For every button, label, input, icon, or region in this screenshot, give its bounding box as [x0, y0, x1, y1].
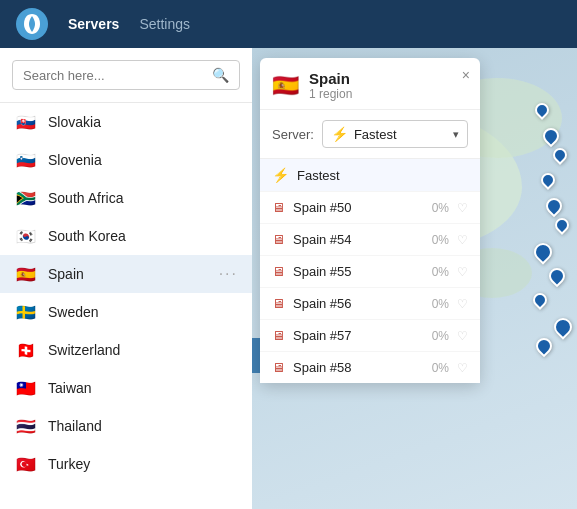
flag-spain: 🇪🇸 [14, 265, 38, 283]
spain-more-icon[interactable]: ··· [219, 265, 238, 283]
header-nav: Servers Settings [68, 12, 190, 36]
app-logo [16, 8, 48, 40]
map-pin-1 [535, 103, 549, 117]
country-item-south-korea[interactable]: 🇰🇷 South Korea [0, 217, 252, 255]
server-list-item-50[interactable]: 🖥 Spain #50 0% ♡ [260, 192, 480, 224]
server-label: Server: [272, 127, 314, 142]
country-item-turkey[interactable]: 🇹🇷 Turkey [0, 445, 252, 483]
map-pin-3 [553, 148, 567, 162]
country-name-thailand: Thailand [48, 418, 238, 434]
fastest-item-bolt-icon: ⚡ [272, 167, 289, 183]
country-name-taiwan: Taiwan [48, 380, 238, 396]
spain-panel: 🇪🇸 Spain 1 region × Server: ⚡ Fastest ▾ [260, 58, 480, 383]
sidebar: 🔍 🇸🇰 Slovakia 🇸🇮 Slovenia 🇿🇦 South Afric… [0, 48, 252, 509]
server-item-name-50: Spain #50 [293, 200, 424, 215]
server-dropdown-text: Fastest [354, 127, 447, 142]
country-item-spain[interactable]: 🇪🇸 Spain ··· [0, 255, 252, 293]
country-list: 🇸🇰 Slovakia 🇸🇮 Slovenia 🇿🇦 South Africa … [0, 103, 252, 509]
flag-thailand: 🇹🇭 [14, 417, 38, 435]
fastest-bolt-icon: ⚡ [331, 126, 348, 142]
server-item-name-54: Spain #54 [293, 232, 424, 247]
country-name-sweden: Sweden [48, 304, 238, 320]
spain-panel-region: 1 region [309, 87, 468, 101]
server-item-heart-55[interactable]: ♡ [457, 265, 468, 279]
country-item-sweden[interactable]: 🇸🇪 Sweden [0, 293, 252, 331]
search-box: 🔍 [12, 60, 240, 90]
server-list-item-54[interactable]: 🖥 Spain #54 0% ♡ [260, 224, 480, 256]
server-list: ⚡ Fastest 🖥 Spain #50 0% ♡ 🖥 Spain #54 0… [260, 159, 480, 383]
server-list-item-58[interactable]: 🖥 Spain #58 0% ♡ [260, 352, 480, 383]
map-pin-10 [554, 318, 572, 336]
server-dropdown[interactable]: ⚡ Fastest ▾ [322, 120, 468, 148]
server-icon-54: 🖥 [272, 232, 285, 247]
spain-panel-info: Spain 1 region [309, 70, 468, 101]
search-container: 🔍 [0, 48, 252, 103]
flag-south-africa: 🇿🇦 [14, 189, 38, 207]
country-name-slovakia: Slovakia [48, 114, 238, 130]
map-pin-4 [541, 173, 555, 187]
server-item-name-56: Spain #56 [293, 296, 424, 311]
server-list-item-fastest[interactable]: ⚡ Fastest [260, 159, 480, 192]
server-item-name-55: Spain #55 [293, 264, 424, 279]
spain-panel-flag: 🇪🇸 [272, 73, 299, 99]
server-item-name-fastest: Fastest [297, 168, 468, 183]
flag-switzerland: 🇨🇭 [14, 341, 38, 359]
server-list-item-55[interactable]: 🖥 Spain #55 0% ♡ [260, 256, 480, 288]
search-input[interactable] [23, 68, 204, 83]
country-name-south-korea: South Korea [48, 228, 238, 244]
country-item-taiwan[interactable]: 🇹🇼 Taiwan [0, 369, 252, 407]
server-select-row: Server: ⚡ Fastest ▾ [260, 110, 480, 159]
server-item-pct-54: 0% [432, 233, 449, 247]
server-item-heart-57[interactable]: ♡ [457, 329, 468, 343]
country-item-south-africa[interactable]: 🇿🇦 South Africa [0, 179, 252, 217]
server-list-item-57[interactable]: 🖥 Spain #57 0% ♡ [260, 320, 480, 352]
nav-settings[interactable]: Settings [139, 12, 190, 36]
server-item-heart-50[interactable]: ♡ [457, 201, 468, 215]
country-name-slovenia: Slovenia [48, 152, 238, 168]
flag-slovakia: 🇸🇰 [14, 113, 38, 131]
flag-slovenia: 🇸🇮 [14, 151, 38, 169]
header: Servers Settings [0, 0, 577, 48]
map-pin-8 [549, 268, 565, 284]
search-icon: 🔍 [212, 67, 229, 83]
map-pin-6 [555, 218, 569, 232]
server-item-heart-54[interactable]: ♡ [457, 233, 468, 247]
server-item-pct-50: 0% [432, 201, 449, 215]
server-item-heart-58[interactable]: ♡ [457, 361, 468, 375]
flag-south-korea: 🇰🇷 [14, 227, 38, 245]
server-list-item-56[interactable]: 🖥 Spain #56 0% ♡ [260, 288, 480, 320]
server-item-pct-57: 0% [432, 329, 449, 343]
chevron-down-icon: ▾ [453, 128, 459, 141]
server-icon-50: 🖥 [272, 200, 285, 215]
country-item-switzerland[interactable]: 🇨🇭 Switzerland [0, 331, 252, 369]
map-pin-11 [536, 338, 552, 354]
server-item-name-57: Spain #57 [293, 328, 424, 343]
spain-panel-header: 🇪🇸 Spain 1 region × [260, 58, 480, 110]
server-item-heart-56[interactable]: ♡ [457, 297, 468, 311]
country-item-slovakia[interactable]: 🇸🇰 Slovakia [0, 103, 252, 141]
map-pin-7 [534, 243, 552, 261]
country-item-slovenia[interactable]: 🇸🇮 Slovenia [0, 141, 252, 179]
map-pin-2 [543, 128, 559, 144]
server-icon-58: 🖥 [272, 360, 285, 375]
map-pin-9 [533, 293, 547, 307]
country-name-turkey: Turkey [48, 456, 238, 472]
server-item-name-58: Spain #58 [293, 360, 424, 375]
server-icon-56: 🖥 [272, 296, 285, 311]
spain-panel-name: Spain [309, 70, 468, 87]
country-name-switzerland: Switzerland [48, 342, 238, 358]
nav-servers[interactable]: Servers [68, 12, 119, 36]
country-name-south-africa: South Africa [48, 190, 238, 206]
flag-sweden: 🇸🇪 [14, 303, 38, 321]
server-item-pct-55: 0% [432, 265, 449, 279]
country-item-thailand[interactable]: 🇹🇭 Thailand [0, 407, 252, 445]
flag-turkey: 🇹🇷 [14, 455, 38, 473]
map-pin-5 [546, 198, 562, 214]
server-icon-57: 🖥 [272, 328, 285, 343]
flag-taiwan: 🇹🇼 [14, 379, 38, 397]
server-item-pct-58: 0% [432, 361, 449, 375]
main-layout: 🔍 🇸🇰 Slovakia 🇸🇮 Slovenia 🇿🇦 South Afric… [0, 48, 577, 509]
map-area: 🌲 🌲 🌲 🚢 [252, 48, 577, 509]
server-item-pct-56: 0% [432, 297, 449, 311]
spain-panel-close-button[interactable]: × [462, 68, 470, 82]
